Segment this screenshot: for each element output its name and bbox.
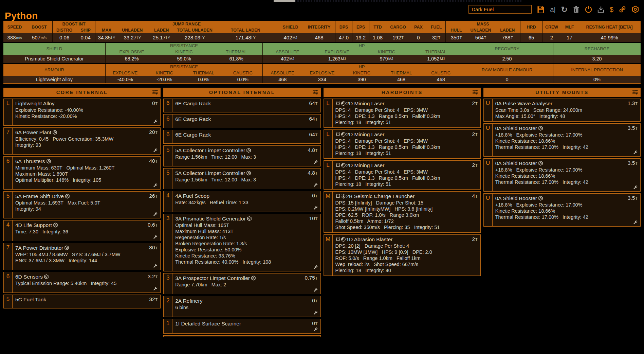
stat-value: 40.99% bbox=[578, 33, 641, 42]
module-card[interactable]: 5 5A Frame Shift Drive 26T Optimal Mass:… bbox=[3, 191, 161, 218]
module-mass: 0T bbox=[312, 297, 317, 304]
module-card[interactable]: L Lightweight Alloy 0T Explosive Resista… bbox=[3, 99, 161, 126]
module-card[interactable]: 7 7A Power Distributor 80T WEP: 105.4MJ … bbox=[3, 243, 161, 270]
raw-module-armour-value: 0 bbox=[461, 76, 553, 83]
module-card[interactable]: M 1D Abrasion Blaster 2T DPS: 20 [2] Dam… bbox=[324, 234, 481, 276]
wrench-icon[interactable] bbox=[313, 265, 318, 269]
delete-icon[interactable] bbox=[573, 6, 579, 13]
filter-sliders-icon[interactable] bbox=[632, 90, 638, 95]
module-mass: 3.2T bbox=[148, 273, 158, 280]
module-card[interactable]: 2 2A Refinery 0T 6 bins bbox=[163, 296, 320, 317]
wrench-icon[interactable] bbox=[633, 220, 638, 225]
recovery-value: 2:50 bbox=[461, 55, 553, 63]
wrench-icon[interactable] bbox=[153, 212, 158, 216]
weapon-class-icon bbox=[341, 101, 346, 106]
wrench-icon[interactable] bbox=[313, 206, 318, 210]
column-label: KINETIC bbox=[342, 70, 382, 76]
module-card[interactable]: 4 4D Life Support 0.6T Time: 7:30 Integr… bbox=[3, 220, 161, 241]
wrench-icon[interactable] bbox=[313, 288, 318, 292]
module-mass: 0T bbox=[312, 320, 317, 327]
module-name: 2D Mining Laser bbox=[346, 131, 385, 138]
module-card[interactable]: 5 5A Collector Limpet Controller 4.8T Ra… bbox=[163, 168, 320, 189]
weapon-class-icon bbox=[341, 194, 346, 199]
module-card[interactable]: 3 3A Prismatic Shield Generator 10T Opti… bbox=[163, 214, 320, 271]
module-card[interactable]: 5 5A Collector Limpet Controller 4.8T Ra… bbox=[163, 145, 320, 166]
column-label: EXPLOSIVE bbox=[106, 49, 158, 55]
module-stats: Typical Emission Range: 5.40km Integrity… bbox=[15, 280, 158, 286]
build-name-input[interactable] bbox=[468, 5, 532, 14]
stat-value: 0 bbox=[410, 33, 427, 42]
wrench-icon[interactable] bbox=[153, 264, 158, 268]
engineering-icon[interactable] bbox=[631, 5, 639, 13]
credits-icon[interactable]: $ bbox=[610, 6, 613, 13]
module-card[interactable]: U 0A Shield Booster 3.5T +18.8% Explosiv… bbox=[483, 193, 641, 227]
stat-value: 0:06 bbox=[53, 33, 76, 42]
wrench-icon[interactable] bbox=[313, 160, 318, 164]
engineering-icon bbox=[251, 276, 256, 281]
shield-table-header: SHIELD RESISTANCE EXPLOSIVE KINETIC THER… bbox=[3, 43, 641, 55]
column-label: RECOVERY bbox=[461, 43, 553, 55]
wrench-icon[interactable] bbox=[633, 185, 638, 190]
column-label: THERMAL bbox=[184, 70, 223, 76]
module-card[interactable]: U 0A Shield Booster 3.5T +18.8% Explosiv… bbox=[483, 123, 641, 157]
module-card[interactable]: 6 6E Cargo Rack 64T bbox=[163, 114, 320, 128]
module-mass: 0T bbox=[152, 100, 158, 107]
module-card[interactable]: 1 1I Detailed Surface Scanner 0T bbox=[163, 319, 320, 334]
module-slot-size: U bbox=[484, 124, 493, 156]
module-card[interactable]: 6 6E Cargo Rack 64T bbox=[163, 99, 320, 112]
reload-icon[interactable]: ↻ bbox=[561, 6, 568, 13]
wrench-icon[interactable] bbox=[153, 119, 158, 124]
module-card[interactable]: U 0A Shield Booster 3.5T +18.8% Explosiv… bbox=[483, 158, 641, 192]
module-mass: 3.5T bbox=[628, 160, 638, 167]
module-mass: 2T bbox=[472, 162, 477, 169]
filter-sliders-icon[interactable] bbox=[312, 90, 318, 95]
resistance-value: 0.0% bbox=[223, 76, 263, 83]
module-card[interactable]: 6 6D Sensors 3.2T Typical Emission Range… bbox=[3, 272, 161, 293]
module-card[interactable]: U 0A Pulse Wave Analyser 1.3T Scan Time … bbox=[483, 99, 641, 122]
wrench-icon[interactable] bbox=[313, 311, 318, 315]
engineering-icon bbox=[246, 148, 251, 153]
wrench-icon[interactable] bbox=[153, 235, 158, 239]
optional-internal-column: OPTIONAL INTERNAL 6 6E Cargo Rack 64T 6 … bbox=[163, 88, 320, 337]
module-mass: 64T bbox=[309, 100, 318, 107]
module-card[interactable]: 7 6A Power Plant 20T Efficiency: 0.45 Po… bbox=[3, 127, 161, 155]
wrench-icon[interactable] bbox=[313, 327, 318, 332]
module-stats: Minimum Mass: 630T Optimal Mass: 1,260TM… bbox=[15, 165, 158, 183]
hp-value: 390 bbox=[342, 76, 382, 83]
power-icon[interactable] bbox=[585, 6, 592, 13]
wrench-icon[interactable] bbox=[153, 286, 158, 291]
stat-label: INTEGRITY bbox=[303, 21, 335, 33]
module-stats: WEP: 105.4MJ / 8.6MW SYS: 37.6MJ / 3.7MW… bbox=[15, 251, 158, 264]
rename-icon[interactable]: a| bbox=[550, 6, 555, 13]
wrench-icon[interactable] bbox=[153, 148, 158, 153]
module-card[interactable]: 6 6A Thrusters 40T Minimum Mass: 630T Op… bbox=[3, 156, 161, 190]
hp-value: 468 bbox=[421, 76, 461, 83]
stat-value: 507m/s bbox=[26, 33, 52, 42]
module-name: 5C Fuel Tank bbox=[15, 296, 46, 303]
link-icon[interactable] bbox=[619, 6, 626, 13]
module-card[interactable]: L 2D Mining Laser 2T DPS: 4 Damage Per S… bbox=[324, 99, 481, 128]
stat-value: 1:08 bbox=[369, 33, 386, 42]
stat-label: MAX bbox=[95, 27, 118, 33]
engineering-icon bbox=[52, 130, 57, 135]
filter-sliders-icon[interactable] bbox=[152, 90, 158, 95]
download-icon[interactable] bbox=[597, 6, 604, 13]
filter-sliders-icon[interactable] bbox=[472, 90, 478, 95]
wrench-icon[interactable] bbox=[633, 150, 638, 155]
module-card[interactable]: 6 6E Cargo Rack 64T bbox=[163, 130, 320, 144]
module-card[interactable]: 4 4A Fuel Scoop 0T Rate: 342kg/s Refuel … bbox=[163, 191, 320, 212]
module-slot-size: 5 bbox=[164, 146, 172, 166]
stat-value: 788T bbox=[495, 33, 520, 42]
stat-value: 19.2 bbox=[352, 33, 369, 42]
module-card[interactable]: M 2B Seismic Charge Launcher 4T DPS: 15 … bbox=[324, 191, 481, 233]
module-name: 0A Shield Booster bbox=[495, 160, 537, 167]
module-card[interactable]: 5 5C Fuel Tank 32T bbox=[3, 295, 161, 308]
save-icon[interactable] bbox=[537, 6, 545, 13]
module-card[interactable]: L 2D Mining Laser 2T DPS: 4 Damage Per S… bbox=[324, 129, 481, 159]
stat-label: MLF bbox=[561, 21, 578, 33]
wrench-icon[interactable] bbox=[153, 183, 158, 188]
wrench-icon[interactable] bbox=[313, 183, 318, 187]
module-stats: Range 7.70km Max: 2 bbox=[175, 282, 317, 288]
module-card[interactable]: 3 3A Prospector Limpet Controller 0.75T … bbox=[163, 273, 320, 294]
module-card[interactable]: L 2D Mining Laser 2T DPS: 4 Damage Per S… bbox=[324, 160, 481, 190]
